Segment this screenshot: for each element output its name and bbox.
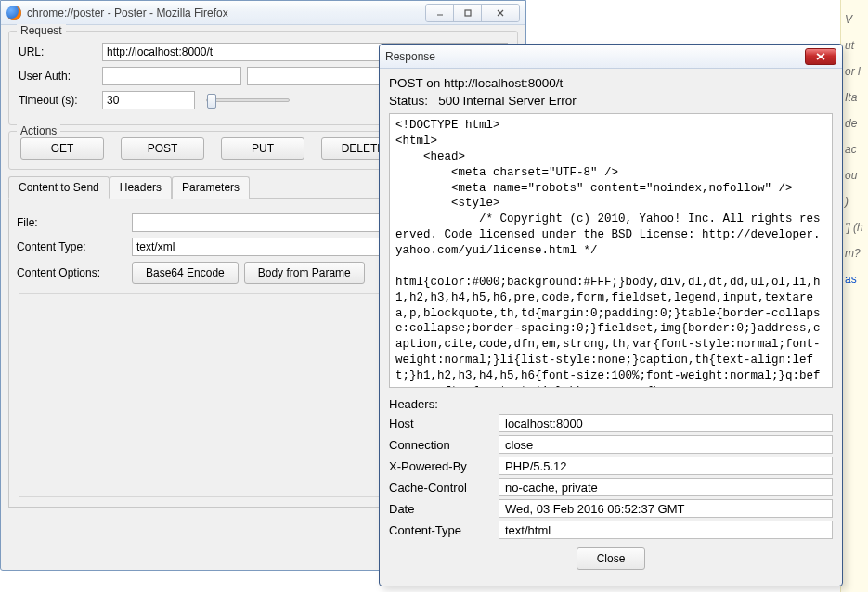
response-header-row: Cache-Control — [389, 478, 833, 496]
window-buttons — [425, 4, 520, 22]
body-from-params-button[interactable]: Body from Parame — [244, 262, 365, 284]
response-header-value[interactable] — [499, 478, 833, 496]
response-body-text[interactable]: <!DOCTYPE html> <html> <head> <meta char… — [389, 113, 833, 388]
titlebar[interactable]: chrome://poster - Poster - Mozilla Firef… — [1, 1, 525, 25]
response-header-name: Content-Type — [389, 523, 491, 537]
response-header-value[interactable] — [499, 499, 833, 518]
response-dialog: Response POST on http://localhost:8000/t… — [379, 44, 843, 586]
response-header-row: Host — [389, 414, 833, 432]
userauth-pass-input[interactable] — [247, 67, 386, 85]
background-page: V ut or l Ita de ac ou ) '] (h m? as — [840, 0, 868, 592]
maximize-button[interactable] — [454, 5, 482, 21]
svg-rect-1 — [465, 10, 471, 16]
response-header-value[interactable] — [499, 414, 833, 432]
firefox-icon — [6, 6, 21, 20]
response-headers-label: Headers: — [389, 397, 833, 411]
response-header-name: Host — [389, 417, 491, 431]
content-type-label: Content Type: — [17, 240, 126, 253]
slider-thumb-icon[interactable] — [207, 94, 216, 109]
file-label: File: — [17, 216, 126, 229]
response-body: POST on http://localhost:8000/t Status: … — [380, 69, 842, 586]
response-header-row: Date — [389, 499, 833, 518]
minimize-button[interactable] — [426, 5, 454, 21]
put-button[interactable]: PUT — [221, 137, 304, 160]
response-header-value[interactable] — [499, 457, 833, 475]
url-label: URL: — [19, 45, 97, 58]
tab-parameters[interactable]: Parameters — [172, 176, 250, 199]
tab-content-to-send[interactable]: Content to Send — [8, 176, 110, 199]
response-header-value[interactable] — [499, 435, 833, 454]
content-options-label: Content Options: — [17, 266, 126, 279]
response-titlebar[interactable]: Response — [380, 45, 842, 69]
response-header-row: Content-Type — [389, 521, 833, 539]
timeout-input[interactable] — [102, 91, 195, 109]
actions-legend: Actions — [17, 124, 60, 137]
post-button[interactable]: POST — [121, 137, 204, 160]
response-header-row: X-Powered-By — [389, 457, 833, 475]
timeout-label: Timeout (s): — [19, 94, 97, 107]
response-title: Response — [385, 50, 799, 63]
response-headers-section: Headers: HostConnectionX-Powered-ByCache… — [389, 393, 833, 542]
tab-headers[interactable]: Headers — [110, 176, 172, 199]
get-button[interactable]: GET — [20, 137, 104, 160]
response-header-row: Connection — [389, 435, 833, 454]
response-status-line: Status: 500 Internal Server Error — [389, 94, 833, 108]
userauth-label: User Auth: — [19, 70, 97, 83]
request-legend: Request — [17, 24, 66, 37]
window-title: chrome://poster - Poster - Mozilla Firef… — [27, 6, 420, 19]
close-button[interactable] — [482, 5, 519, 21]
response-header-name: Cache-Control — [389, 481, 491, 495]
userauth-user-input[interactable] — [102, 67, 241, 85]
response-header-name: Connection — [389, 438, 491, 452]
response-close-button[interactable]: Close — [577, 547, 645, 570]
base64-encode-button[interactable]: Base64 Encode — [132, 262, 239, 284]
response-header-name: Date — [389, 502, 491, 516]
response-close-x[interactable] — [805, 48, 836, 65]
response-request-line: POST on http://localhost:8000/t — [389, 76, 833, 90]
timeout-slider[interactable] — [206, 98, 290, 102]
response-header-value[interactable] — [499, 521, 833, 539]
response-header-name: X-Powered-By — [389, 459, 491, 473]
